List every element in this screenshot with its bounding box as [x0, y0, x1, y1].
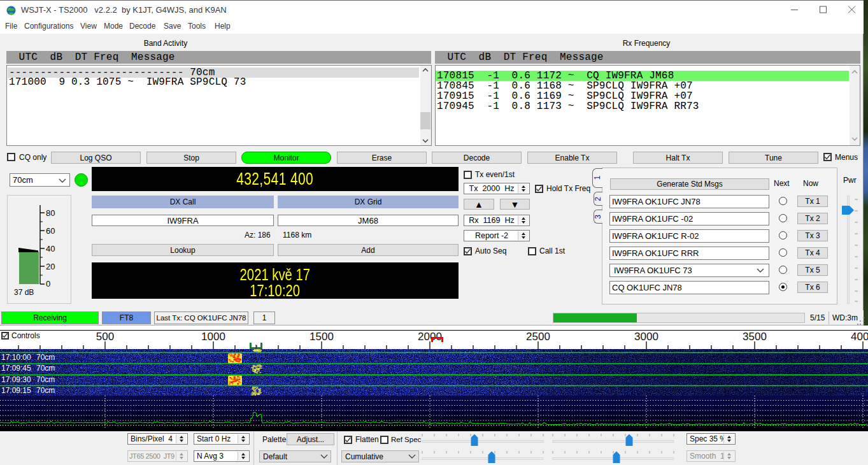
svg-text:3500: 3500	[743, 331, 767, 343]
svg-text:70cm: 70cm	[36, 375, 55, 384]
svg-text:60: 60	[46, 226, 55, 236]
svg-text:1000: 1000	[201, 331, 225, 343]
svg-text:2000: 2000	[418, 331, 442, 343]
svg-text:3000: 3000	[634, 331, 658, 343]
svg-text:70cm: 70cm	[36, 364, 55, 373]
svg-text:40: 40	[46, 244, 55, 254]
svg-text:70cm: 70cm	[36, 353, 55, 362]
svg-text:70cm: 70cm	[36, 386, 55, 395]
svg-text:2500: 2500	[526, 331, 550, 343]
svg-text:20: 20	[46, 262, 55, 271]
svg-text:17:09:15: 17:09:15	[1, 386, 31, 395]
svg-text:17:10:00: 17:10:00	[1, 353, 31, 362]
svg-text:0: 0	[46, 279, 50, 287]
svg-text:80: 80	[46, 208, 55, 218]
svg-text:17:09:45: 17:09:45	[1, 364, 31, 373]
svg-text:17:09:30: 17:09:30	[1, 375, 31, 384]
svg-text:1500: 1500	[309, 331, 334, 343]
svg-text:4000: 4000	[851, 331, 868, 343]
svg-text:500: 500	[96, 331, 114, 343]
